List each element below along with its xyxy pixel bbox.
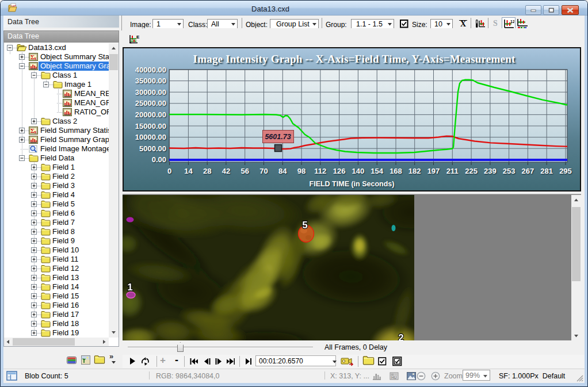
svg-text:x: x [35, 56, 37, 61]
svg-text:5: 5 [302, 220, 307, 231]
svg-text:E: E [136, 35, 140, 40]
svg-text:x: x [35, 129, 37, 135]
svg-text:HU: HU [391, 375, 397, 380]
svg-text:1: 1 [127, 282, 132, 293]
svg-text:2: 2 [398, 332, 403, 341]
svg-text:12: 12 [510, 20, 514, 24]
